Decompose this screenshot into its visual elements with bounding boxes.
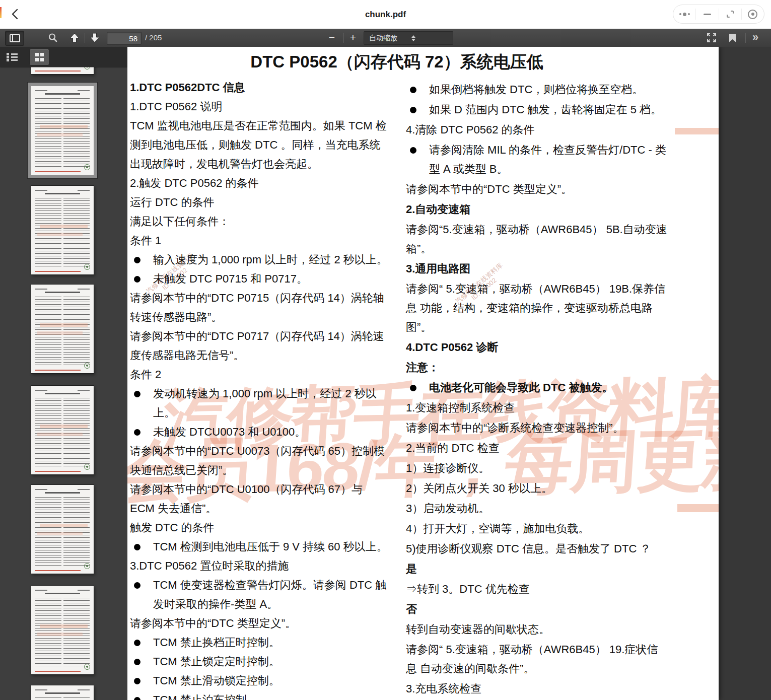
three-dots-icon — [679, 13, 690, 16]
paragraph: 2.触发 DTC P0562 的条件 — [130, 174, 390, 193]
paragraph: 请参阅“ 5.变速箱，驱动桥（AWR6B45） 19B.保养信息 功能，结构，变… — [406, 279, 669, 337]
paragraph: 请参阅本节中的“DTC 类型定义”。 — [406, 180, 669, 199]
sidebar-view-header — [0, 47, 127, 67]
divider — [85, 33, 85, 43]
search-icon — [47, 32, 58, 43]
divider — [745, 33, 746, 43]
page-thumbnail[interactable] — [31, 386, 94, 474]
paragraph: 条件 2 — [130, 365, 390, 384]
zoom-in-button[interactable]: + — [346, 29, 360, 47]
paragraph: 满足以下任何条件： — [130, 212, 390, 231]
previous-page-button[interactable] — [68, 29, 81, 47]
bullet-item: TCM 禁止滑动锁定控制。 — [130, 671, 390, 690]
paragraph: 2.自动变速箱 — [406, 200, 669, 219]
search-button[interactable] — [47, 29, 58, 47]
paragraph: 转到自动变速器的间歇状态。 — [406, 620, 669, 639]
thumbnail-view-button[interactable] — [29, 49, 49, 65]
thumbnail-sidebar — [0, 47, 127, 700]
page-column-right: 如果倒档将触发 DTC，则档位将换至空档。如果 D 范围内 DTC 触发，齿轮将… — [406, 80, 669, 700]
paragraph: TCM 监视电池电压是否在正常范围内。如果 TCM 检测到电池电压低，则触发 D… — [130, 116, 390, 174]
watermark-fragment — [677, 504, 719, 512]
restore-window-button[interactable] — [719, 5, 741, 23]
restore-icon — [726, 10, 735, 19]
bullet-item: TCM 禁止泊车控制。 — [130, 690, 390, 700]
document-title: chunk.pdf — [0, 0, 771, 29]
outline-view-button[interactable] — [6, 50, 22, 64]
page-thumbnail[interactable] — [31, 685, 94, 700]
watermark-fragment — [675, 128, 719, 134]
paragraph: 请参阅本节中的“DTC 类型定义”。 — [130, 614, 390, 633]
bullet-item: 发动机转速为 1,000 rpm 以上时，经过 2 秒以上。 — [130, 384, 390, 423]
paragraph: 触发 DTC 的条件 — [130, 518, 390, 537]
window-titlebar: chunk.pdf — [0, 0, 771, 29]
minimize-button[interactable] — [696, 5, 718, 23]
bullet-item: 如果 D 范围内 DTC 触发，齿轮将固定在 5 档。 — [406, 100, 669, 119]
page-thumbnail-selected[interactable] — [31, 86, 94, 175]
paragraph: 请参阅本节中的“DTC P0717（闪存代码 14）涡轮速度传感器电路无信号”。 — [130, 327, 390, 365]
more-options-button[interactable] — [673, 5, 695, 23]
page-number-input[interactable] — [107, 32, 142, 45]
divider — [343, 33, 344, 43]
pdf-toolbar: / 205 − + 自动缩放 » — [0, 29, 771, 47]
paragraph: 请参阅本节中的“DTC P0715（闪存代码 14）涡轮轴转速传感器电路”。 — [130, 289, 390, 327]
pdf-viewer-area[interactable]: 汽修帮手在线资料库 会员168/年，每周更新车型 汽修帮手在线资料库 ID:74… — [127, 47, 771, 700]
bullet-item: 输入速度为 1,000 rpm 以上时，经过 2 秒以上。 — [130, 250, 390, 269]
pdf-page: 汽修帮手在线资料库 会员168/年，每周更新车型 汽修帮手在线资料库 ID:74… — [127, 47, 719, 700]
paragraph: 2.当前的 DTC 检查 — [406, 439, 669, 458]
paragraph: 运行 DTC 的条件 — [130, 193, 390, 212]
page-thumbnail[interactable] — [31, 285, 94, 373]
paragraph: 请参阅“ 5.变速箱，驱动桥（AWR6B45） 19.症状信息 自动变速的间歇条… — [406, 640, 669, 678]
paragraph: 1.DTC P0562 说明 — [130, 97, 390, 116]
paragraph: 4）打开大灯，空调等，施加电负载。 — [406, 519, 669, 538]
page-count-label: / 205 — [145, 29, 162, 47]
paragraph: 1.DTC P0562DTC 信息 — [130, 78, 390, 97]
bullet-item: 电池老化可能会导致此 DTC 被触发。 — [406, 378, 669, 397]
outline-icon — [11, 53, 18, 55]
minimize-icon — [704, 14, 711, 15]
paragraph: 注意： — [406, 358, 669, 377]
bullet-item: 如果倒档将触发 DTC，则档位将换至空档。 — [406, 80, 669, 99]
zoom-out-button[interactable]: − — [325, 29, 338, 47]
paragraph: 3.充电系统检查 — [406, 679, 669, 698]
target-icon — [748, 10, 757, 19]
bookmark-button[interactable] — [729, 29, 736, 47]
fullscreen-icon — [706, 32, 717, 43]
more-tools-button[interactable]: » — [752, 29, 758, 47]
page-thumbnail[interactable] — [31, 186, 94, 274]
paragraph: 条件 1 — [130, 231, 390, 250]
paragraph: 5)使用诊断仪观察 DTC 信息。是否触发了 DTC ？ — [406, 539, 669, 558]
zoom-level-select[interactable]: 自动缩放 — [364, 31, 453, 45]
bullet-item: TCM 使变速器检查警告灯闪烁。请参阅 DTC 触发时采取的操作-类型 A。 — [130, 576, 390, 614]
sidebar-icon — [10, 34, 20, 42]
bookmark-icon — [729, 34, 736, 42]
paragraph: 请参阅本节中的“DTC U0100（闪存代码 67）与 ECM 失去通信”。 — [130, 480, 390, 518]
paragraph: 请参阅本节中的“DTC U0073（闪存代码 65）控制模块通信总线已关闭”。 — [130, 442, 390, 480]
arrow-down-icon — [89, 32, 101, 43]
bullet-item: 未触发 DTC P0715 和 P0717。 — [130, 269, 390, 289]
bullet-item: 请参阅清除 MIL 的条件，检查反警告灯/DTC - 类型 A 或类型 B。 — [406, 141, 669, 179]
next-page-button[interactable] — [89, 29, 101, 47]
page-thumbnail[interactable] — [31, 586, 94, 674]
zoom-level-value: 自动缩放 — [364, 34, 406, 43]
page-title: DTC P0562（闪存代码 72）系统电压低 — [127, 51, 666, 74]
paragraph: 请参阅“5.变速箱，驱动桥（AWR6B45） 5B.自动变速箱”。 — [406, 220, 669, 258]
paragraph: 否 — [406, 600, 669, 619]
paragraph: 1.变速箱控制系统检查 — [406, 398, 669, 417]
paragraph: 请参阅本节中的“诊断系统检查变速器控制”。 — [406, 418, 669, 438]
paragraph: 3.通用电路图 — [406, 259, 669, 278]
select-spinner-icon — [406, 35, 449, 41]
bullet-item: 未触发 DTCU0073 和 U0100。 — [130, 423, 390, 442]
paragraph: ⇒转到 3。DTC 优先检查 — [406, 580, 669, 599]
paragraph: 3）启动发动机。 — [406, 499, 669, 518]
paragraph: 是 — [406, 559, 669, 579]
paragraph: 3.DTC P0562 置位时采取的措施 — [130, 556, 390, 576]
paragraph: 4.DTC P0562 诊断 — [406, 338, 669, 357]
focus-mode-button[interactable] — [742, 5, 764, 23]
toggle-sidebar-button[interactable] — [5, 31, 24, 46]
grid-icon — [35, 53, 44, 61]
page-thumbnail[interactable] — [31, 485, 94, 574]
arrow-up-icon — [68, 32, 81, 43]
bullet-item: TCM 禁止换档正时控制。 — [130, 633, 390, 652]
paragraph: 2）关闭点火开关 30 秒以上。 — [406, 479, 669, 498]
presentation-mode-button[interactable] — [706, 29, 717, 47]
